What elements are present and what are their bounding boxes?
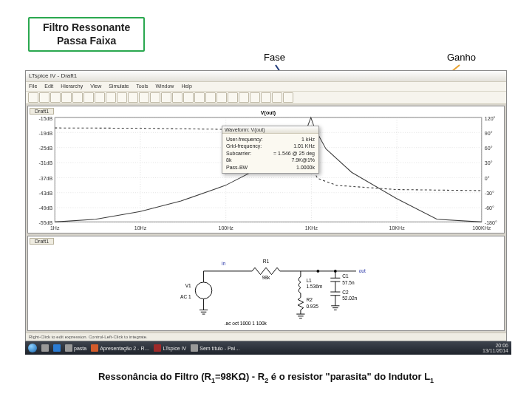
comp-val: 57.5n — [342, 280, 355, 285]
taskbar-item[interactable]: LTspice IV — [154, 344, 186, 352]
taskbar-clock[interactable]: 20:06 13/11/2014 — [482, 343, 508, 354]
taskbar-item[interactable]: pasta — [65, 344, 86, 352]
menu-hierarchy[interactable]: Hierarchy — [61, 83, 83, 89]
toolbar-button[interactable] — [117, 92, 127, 103]
visor-row-value: 1.0000k — [296, 164, 315, 171]
visor-row-value: = 1.546 @ 25 deg — [273, 150, 315, 157]
yr-tick: -30° — [485, 190, 494, 197]
slide-title-tag: Filtro RessonantePassa Faixa — [28, 17, 145, 52]
menu-bar[interactable]: File Edit Hierarchy View Simulate Tools … — [26, 82, 506, 92]
toolbar-button[interactable] — [28, 92, 38, 103]
visor-row-label: Grid-frequency: — [226, 143, 262, 149]
comp-val: AC 1 — [180, 295, 191, 300]
yl-tick: -43dB — [38, 190, 52, 197]
yl-tick: -19dB — [38, 129, 52, 136]
net-in: in — [222, 262, 225, 267]
toolbar-button[interactable] — [239, 92, 249, 103]
x-tick: 10KHz — [389, 225, 405, 231]
slide-caption: Ressonância do Filtro (R1=98KΩ) - R2 é o… — [0, 371, 532, 384]
comp-ref: R1 — [263, 259, 270, 264]
visor-row-label: Subcarrier: — [226, 150, 251, 157]
slide-title-text: Filtro RessonantePassa Faixa — [43, 21, 130, 47]
x-tick: 100Hz — [218, 225, 233, 231]
taskbar-item[interactable]: Sem título - Pai… — [191, 344, 240, 352]
toolbar-button[interactable] — [216, 92, 227, 103]
yl-tick: -25dB — [38, 145, 52, 151]
visor-row-label: User-frequency: — [226, 136, 263, 143]
yl-tick: -49dB — [38, 205, 52, 211]
menu-simulate[interactable]: Simulate — [109, 83, 129, 89]
powerpoint-icon — [91, 344, 98, 352]
visor-row-label: 8k — [226, 157, 231, 163]
label-fase: Fase — [264, 52, 285, 63]
ltspice-window: LTspice IV - Draft1 File Edit Hierarchy … — [25, 70, 507, 341]
taskbar-item[interactable] — [53, 344, 61, 352]
toolbar-button[interactable] — [61, 92, 72, 103]
plot-tab[interactable]: Draft1 — [30, 108, 54, 115]
explorer-icon — [41, 344, 49, 352]
toolbar-button[interactable] — [139, 92, 149, 103]
toolbar-button[interactable] — [194, 92, 205, 103]
folder-icon — [65, 344, 72, 352]
x-tick: 100KHz — [472, 225, 491, 231]
toolbar-button[interactable] — [161, 92, 171, 103]
net-out: out — [359, 268, 366, 273]
x-tick: 10Hz — [134, 225, 147, 231]
comp-ref: C1 — [342, 274, 349, 279]
visor-title[interactable]: Waveform: V(out) — [222, 126, 318, 134]
comp-ref: L1 — [306, 278, 312, 283]
status-bar: Right-Click to edit expression. Control-… — [26, 332, 506, 341]
visor-body: User-frequency:1 kHz Grid-frequency:1.01… — [222, 134, 318, 173]
toolbar-button[interactable] — [128, 92, 138, 103]
paint-icon — [191, 344, 198, 352]
ltspice-icon — [154, 344, 161, 352]
menu-tools[interactable]: Tools — [136, 83, 148, 89]
comp-val: 1.536m — [306, 284, 322, 290]
toolbar-button[interactable] — [172, 92, 183, 103]
window-titlebar[interactable]: LTspice IV - Draft1 — [26, 71, 506, 82]
toolbar-button[interactable] — [261, 92, 271, 103]
yl-tick: -15dB — [38, 115, 52, 122]
toolbar-button[interactable] — [250, 92, 260, 103]
toolbar-button[interactable] — [228, 92, 238, 103]
windows-taskbar[interactable]: pasta Apresentação 2 - R… LTspice IV Sem… — [25, 341, 511, 355]
schematic-tab[interactable]: Draft1 — [30, 238, 54, 245]
menu-edit[interactable]: Edit — [44, 83, 53, 89]
yr-tick: 0° — [485, 174, 490, 181]
toolbar-button[interactable] — [83, 92, 94, 103]
comp-val: 0.935 — [306, 304, 318, 309]
menu-help[interactable]: Help — [181, 83, 191, 89]
spice-directive: .ac oct 1000 1 100k — [225, 321, 267, 326]
schematic-pane[interactable]: Draft1 V1 AC 1 in R1 98k — [27, 236, 505, 331]
start-orb-icon[interactable] — [28, 344, 37, 352]
toolbar-button[interactable] — [205, 92, 216, 103]
comp-val: 52.02n — [342, 296, 357, 301]
visor-row-value: 1 kHz — [301, 136, 315, 143]
comp-ref: C2 — [342, 290, 349, 295]
toolbar-button[interactable] — [150, 92, 160, 103]
yr-tick: -60° — [485, 205, 494, 211]
menu-view[interactable]: View — [90, 83, 101, 89]
toolbar-button[interactable] — [272, 92, 282, 103]
trace-title: V(out) — [261, 109, 276, 115]
toolbar-button[interactable] — [95, 92, 105, 103]
ie-icon — [53, 344, 61, 352]
comp-ref: R2 — [306, 298, 313, 303]
toolbar-button[interactable] — [39, 92, 50, 103]
comp-val: 98k — [262, 276, 270, 281]
menu-file[interactable]: File — [29, 83, 37, 89]
x-tick: 1KHz — [305, 225, 318, 231]
toolbar-button[interactable] — [283, 92, 293, 103]
toolbar-button[interactable] — [50, 92, 61, 103]
toolbar-button[interactable] — [106, 92, 116, 103]
taskbar-item[interactable] — [41, 344, 49, 352]
toolbar-button[interactable] — [72, 92, 83, 103]
waveform-visor-dialog[interactable]: Waveform: V(out) User-frequency:1 kHz Gr… — [222, 126, 319, 174]
yr-tick: 30° — [485, 160, 493, 166]
taskbar-item[interactable]: Apresentação 2 - R… — [91, 344, 149, 352]
label-ganho: Ganho — [447, 52, 476, 63]
svg-point-17 — [195, 282, 212, 299]
toolbar-button[interactable] — [183, 92, 194, 103]
toolbar — [26, 92, 506, 104]
menu-window[interactable]: Window — [156, 83, 174, 89]
